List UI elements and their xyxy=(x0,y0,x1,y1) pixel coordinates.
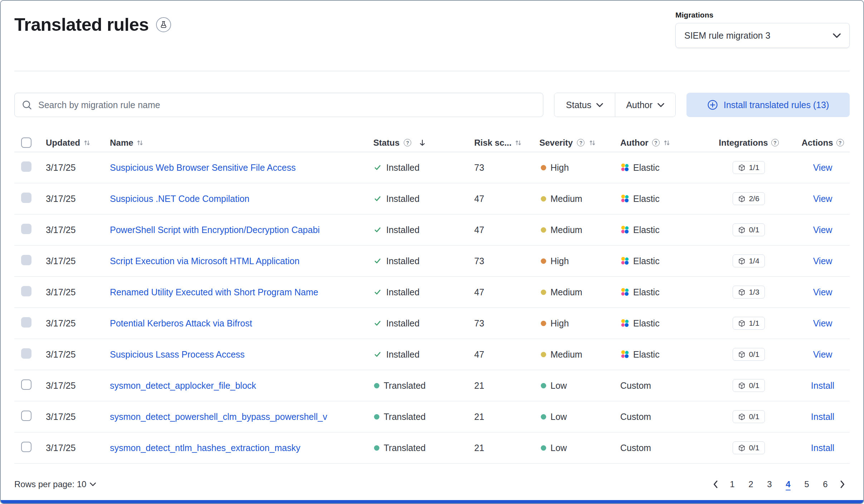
row-risk-score: 47 xyxy=(474,194,539,204)
integrations-badge[interactable]: 0/1 xyxy=(733,223,765,236)
pagination-page-2[interactable]: 2 xyxy=(742,476,759,493)
column-header-updated[interactable]: Updated xyxy=(46,138,110,148)
status-help-icon[interactable]: ? xyxy=(404,139,411,146)
rows-per-page-button[interactable]: Rows per page: 10 xyxy=(14,479,96,489)
pagination-prev-button[interactable] xyxy=(708,476,722,493)
row-action-link[interactable]: Install xyxy=(811,443,834,453)
author-help-icon[interactable]: ? xyxy=(652,139,660,146)
integrations-help-icon[interactable]: ? xyxy=(771,139,779,146)
pagination-page-5[interactable]: 5 xyxy=(798,476,815,493)
page-header: Translated rules Migrations SIEM rule mi… xyxy=(1,1,863,48)
rule-name-link[interactable]: Suspicious .NET Code Compilation xyxy=(110,194,249,204)
column-label-risk-score: Risk sc... xyxy=(474,138,511,148)
row-action-link[interactable]: View xyxy=(813,349,833,360)
pagination-page-1[interactable]: 1 xyxy=(724,476,741,493)
row-status: Installed xyxy=(373,163,474,173)
install-button-label: Install translated rules (13) xyxy=(724,100,829,110)
rule-name-link[interactable]: Renamed Utility Executed with Short Prog… xyxy=(110,287,318,297)
row-status: Installed xyxy=(373,287,474,297)
pagination-page-4[interactable]: 4 xyxy=(780,476,797,493)
install-translated-rules-button[interactable]: Install translated rules (13) xyxy=(686,93,850,117)
technical-preview-badge[interactable] xyxy=(156,17,171,32)
rule-name-link[interactable]: sysmon_detect_powershell_clm_bypass_powe… xyxy=(110,412,327,422)
row-action-link[interactable]: View xyxy=(813,287,833,297)
integrations-badge[interactable]: 1/1 xyxy=(733,317,765,330)
row-checkbox[interactable] xyxy=(21,348,31,359)
row-checkbox[interactable] xyxy=(21,411,31,421)
pagination-page-6[interactable]: 6 xyxy=(817,476,834,493)
row-checkbox[interactable] xyxy=(21,379,31,390)
row-author: Elastic xyxy=(620,318,702,329)
integrations-badge[interactable]: 0/1 xyxy=(733,348,765,361)
row-status: Installed xyxy=(373,318,474,329)
rule-name-link[interactable]: Suspicious Web Browser Sensitive File Ac… xyxy=(110,163,296,173)
status-label: Installed xyxy=(386,163,419,173)
pagination: 123456 xyxy=(708,476,850,493)
elastic-logo-icon xyxy=(620,194,630,203)
integrations-badge[interactable]: 1/4 xyxy=(733,255,765,267)
column-header-status[interactable]: Status ? xyxy=(373,138,474,148)
row-risk-score: 21 xyxy=(474,381,539,391)
row-action-link[interactable]: Install xyxy=(811,381,834,391)
table-row: 3/17/25 Potential Kerberos Attack via Bi… xyxy=(14,308,850,339)
rule-name-link[interactable]: PowerShell Script with Encryption/Decryp… xyxy=(110,225,320,235)
row-action-link[interactable]: View xyxy=(813,318,833,329)
actions-help-icon[interactable]: ? xyxy=(836,139,844,146)
installed-check-icon xyxy=(373,163,382,172)
severity-label: Low xyxy=(550,381,567,391)
integrations-badge[interactable]: 1/3 xyxy=(733,286,765,299)
column-header-author[interactable]: Author ? xyxy=(620,138,702,148)
integrations-count: 1/1 xyxy=(749,319,759,328)
search-input[interactable] xyxy=(38,100,536,111)
author-label: Custom xyxy=(620,412,651,422)
severity-label: Medium xyxy=(550,287,582,297)
table-header: Updated Name Status ? Risk sc... Severit… xyxy=(14,134,850,152)
integrations-badge[interactable]: 1/1 xyxy=(733,161,765,174)
rule-name-link[interactable]: Potential Kerberos Attack via Bifrost xyxy=(110,318,252,328)
migration-select-value: SIEM rule migration 3 xyxy=(684,30,770,41)
package-icon xyxy=(738,257,746,265)
row-checkbox[interactable] xyxy=(21,161,31,172)
integrations-badge[interactable]: 0/1 xyxy=(733,441,765,454)
severity-help-icon[interactable]: ? xyxy=(577,139,584,146)
row-checkbox[interactable] xyxy=(21,286,31,296)
migration-select[interactable]: SIEM rule migration 3 xyxy=(675,23,850,48)
column-header-severity[interactable]: Severity ? xyxy=(539,138,620,148)
rule-name-link[interactable]: Suspicious Lsass Process Access xyxy=(110,349,245,359)
row-action-link[interactable]: View xyxy=(813,163,833,173)
author-filter-button[interactable]: Author xyxy=(615,93,676,117)
integrations-badge[interactable]: 2/6 xyxy=(733,192,765,205)
elastic-logo-icon xyxy=(620,350,630,359)
author-label: Elastic xyxy=(633,194,660,204)
author-label: Elastic xyxy=(633,256,660,266)
row-checkbox[interactable] xyxy=(21,317,31,328)
integrations-count: 0/1 xyxy=(749,350,759,359)
status-filter-button[interactable]: Status xyxy=(554,93,615,117)
installed-check-icon xyxy=(373,226,382,234)
row-checkbox[interactable] xyxy=(21,442,31,452)
integrations-count: 2/6 xyxy=(749,194,759,203)
row-status: Installed xyxy=(373,349,474,360)
pagination-next-button[interactable] xyxy=(835,476,850,493)
row-severity: Medium xyxy=(539,287,620,297)
rule-name-link[interactable]: sysmon_detect_ntlm_hashes_extraction_mas… xyxy=(110,443,300,453)
rule-name-link[interactable]: sysmon_detect_applocker_file_block xyxy=(110,381,256,391)
column-header-risk-score[interactable]: Risk sc... xyxy=(474,138,539,148)
integrations-badge[interactable]: 0/1 xyxy=(733,379,765,392)
row-action-link[interactable]: View xyxy=(813,194,833,204)
column-header-name[interactable]: Name xyxy=(110,138,373,148)
row-checkbox[interactable] xyxy=(21,224,31,234)
row-action-link[interactable]: Install xyxy=(811,412,834,422)
row-checkbox[interactable] xyxy=(21,255,31,265)
row-action-link[interactable]: View xyxy=(813,225,833,235)
row-action-link[interactable]: View xyxy=(813,256,833,266)
rule-name-link[interactable]: Script Execution via Microsoft HTML Appl… xyxy=(110,256,300,266)
integrations-badge[interactable]: 0/1 xyxy=(733,410,765,423)
select-all-checkbox[interactable] xyxy=(21,137,31,148)
status-label: Installed xyxy=(386,349,419,360)
row-checkbox[interactable] xyxy=(21,193,31,203)
sortable-icon xyxy=(589,139,596,146)
status-label: Installed xyxy=(386,194,419,204)
pagination-page-3[interactable]: 3 xyxy=(761,476,778,493)
sortable-icon xyxy=(515,139,522,146)
